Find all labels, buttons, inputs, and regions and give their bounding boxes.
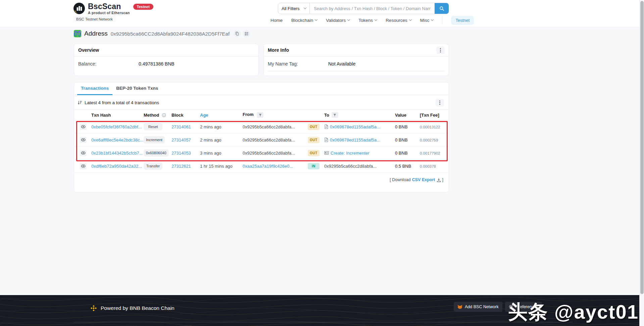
site-header: BscScan A product of Etherscan Testnet B…: [0, 0, 639, 27]
brand-tagline: A product of Etherscan: [88, 11, 130, 15]
chevron-down-icon: [431, 18, 434, 21]
download-icon: [437, 178, 441, 182]
nav-validators[interactable]: Validators: [326, 18, 350, 23]
scrollbar[interactable]: [639, 0, 644, 326]
nav-misc[interactable]: Misc: [420, 18, 434, 23]
col-to: To: [324, 112, 395, 118]
testnet-badge: Testnet: [133, 4, 153, 10]
transactions-summary: Latest 4 from a total of 4 transactions: [85, 100, 159, 105]
page-title: Address: [84, 30, 108, 37]
csv-export-link[interactable]: CSV Export: [412, 177, 435, 182]
more-info-card-title: More Info: [268, 47, 289, 53]
method-badge: 0x60806040: [144, 149, 169, 157]
filter-icon: [258, 113, 262, 117]
age-value: 3 mins ago: [200, 151, 221, 156]
overview-card: Overview Balance: 0.49781386 BNB: [74, 44, 259, 76]
from-filter-button[interactable]: [257, 112, 263, 118]
to-filter-button[interactable]: [332, 112, 338, 118]
method-badge: Transfer: [144, 162, 162, 170]
eye-icon: [81, 151, 86, 155]
to-address-link[interactable]: 0x069678ed1155adaf5a...: [330, 124, 380, 129]
to-address-link[interactable]: 0x069678ed1155adaf5a...: [330, 137, 380, 142]
nav-blockchain[interactable]: Blockchain: [291, 18, 317, 23]
view-txn-details-button[interactable]: [80, 137, 87, 143]
name-tag-value: Not Available: [328, 61, 355, 67]
search-filter-select[interactable]: All Filters: [278, 3, 310, 14]
block-link[interactable]: 27314057: [171, 137, 191, 142]
metamask-icon: [457, 304, 462, 309]
from-address: 0x9295b5ca66cc2d8abfa...: [243, 151, 295, 156]
info-icon: [162, 113, 166, 117]
qr-code-button[interactable]: [243, 30, 250, 37]
txn-hash-link[interactable]: 0xbe05fcfef36f760a2dbf...: [91, 124, 142, 129]
table-row: 0xbe05fcfef36f760a2dbf... Reset 27314061…: [74, 120, 449, 133]
contract-icon: [324, 151, 329, 155]
nav-home[interactable]: Home: [270, 18, 283, 23]
scrollbar-thumb[interactable]: [640, 1, 644, 294]
chevron-down-icon: [347, 18, 350, 21]
tab-transactions[interactable]: Transactions: [77, 82, 112, 95]
eye-icon: [81, 125, 86, 129]
block-link[interactable]: 27314053: [171, 151, 191, 156]
from-address: 0x9295b5ca66cc2d8abfa...: [243, 137, 295, 142]
main-nav: Home Blockchain Validators Tokens Resour…: [270, 15, 474, 25]
sort-icon: [78, 100, 82, 105]
txn-hash-link[interactable]: 0xe6afff8ec5e4e2bdc38c...: [91, 137, 144, 142]
address-hash: 0x9295b5ca66CC2d8Abfa9024F482038A2D5Ff7E…: [111, 31, 230, 37]
overview-card-title: Overview: [78, 47, 99, 53]
table-row: 0xdf6eb72a950da42a32... Transfer 2731262…: [74, 160, 449, 173]
brand[interactable]: BscScan A product of Etherscan Testnet: [73, 2, 153, 15]
transactions-card: Transactions BEP-20 Token Txns Latest 4 …: [74, 82, 449, 193]
table-row: 0xe6afff8ec5e4e2bdc38c... Increment 2731…: [74, 133, 449, 147]
col-value: Value: [395, 113, 420, 118]
name-tag-label: My Name Tag:: [268, 61, 328, 67]
search-input[interactable]: [310, 3, 435, 14]
search-button[interactable]: [435, 3, 449, 14]
from-address-link[interactable]: 0xaa25aa7a19f9c426e0...: [243, 164, 293, 169]
tab-bep20-token-txns[interactable]: BEP-20 Token Txns: [112, 82, 162, 95]
view-txn-details-button[interactable]: [80, 150, 87, 156]
nav-divider: [442, 16, 442, 24]
eye-icon: [81, 138, 86, 142]
address-identicon: [74, 30, 81, 37]
binance-icon: [90, 304, 97, 312]
age-toggle-link[interactable]: Age: [200, 113, 208, 118]
nav-resources[interactable]: Resources: [386, 18, 411, 23]
more-info-menu-button[interactable]: [436, 46, 445, 54]
value: 0 BNB: [395, 124, 408, 129]
filter-icon: [333, 113, 337, 117]
search-filter-label: All Filters: [282, 6, 299, 11]
block-link[interactable]: 27312621: [171, 164, 191, 169]
from-address: 0x9295b5ca66cc2d8abfa...: [243, 124, 295, 129]
transactions-menu-button[interactable]: [436, 99, 444, 107]
to-address-link[interactable]: Create: Incrementer: [331, 151, 369, 156]
view-txn-details-button[interactable]: [80, 124, 87, 130]
block-link[interactable]: 27314061: [171, 124, 191, 129]
brand-name: BscScan: [88, 2, 130, 10]
file-icon: [324, 137, 328, 142]
search-bar: All Filters: [278, 3, 449, 14]
csv-export-row: [ Download CSV Export ]: [74, 173, 449, 182]
col-txn-fee: [Txn Fee]: [420, 113, 445, 118]
page-title-row: Address 0x9295b5ca66CC2d8Abfa9024F482038…: [74, 30, 252, 37]
balance-label: Balance:: [78, 61, 139, 67]
table-header: Txn Hash Method Block Age From To Value …: [74, 110, 449, 120]
watermark-text: 头条 @ayct01: [508, 299, 639, 325]
nav-tokens[interactable]: Tokens: [358, 18, 377, 23]
method-badge: Increment: [144, 136, 165, 144]
method-badge: Reset: [144, 123, 162, 130]
direction-badge: OUT: [308, 137, 319, 143]
table-row: 0x23b1bf144342b5cfcb7... 0x60806040 2731…: [74, 147, 449, 160]
view-txn-details-button[interactable]: [80, 163, 87, 169]
copy-icon: [235, 32, 239, 36]
txn-hash-link[interactable]: 0x23b1bf144342b5cfcb7...: [91, 151, 143, 156]
network-switch-button[interactable]: Testnet: [451, 16, 474, 25]
direction-badge: OUT: [308, 150, 319, 156]
txn-hash-link[interactable]: 0xdf6eb72a950da42a32...: [91, 164, 142, 169]
col-from: From: [243, 112, 308, 118]
eye-icon: [81, 164, 86, 168]
powered-by-text: Powered by BNB Beacon Chain: [101, 305, 175, 311]
age-value: 2 mins ago: [200, 124, 221, 129]
copy-address-button[interactable]: [234, 30, 241, 37]
add-bsc-network-button[interactable]: Add BSC Network: [454, 302, 502, 312]
